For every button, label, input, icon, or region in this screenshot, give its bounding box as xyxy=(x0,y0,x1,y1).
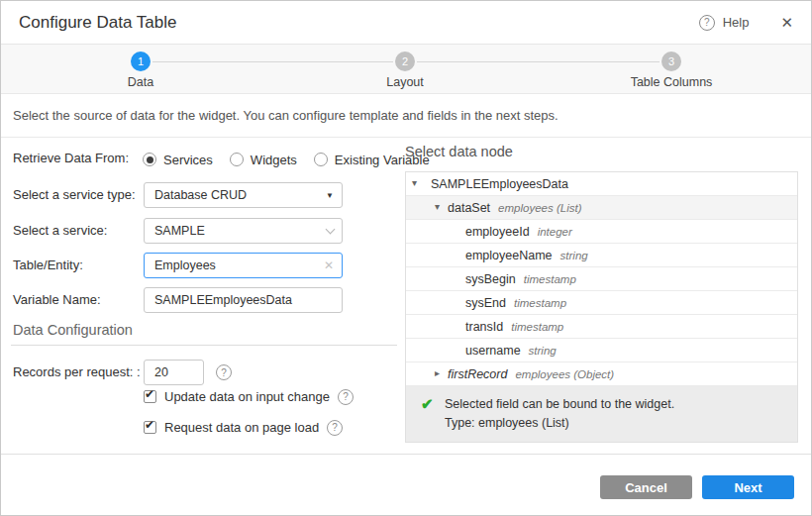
records-per-request-value: 20 xyxy=(154,365,195,379)
dropdown-caret-icon: ▼ xyxy=(326,191,334,200)
records-per-request-input[interactable]: 20 xyxy=(144,360,204,385)
checkbox-icon: ✔ xyxy=(144,390,156,403)
service-type-select[interactable]: Database CRUD ▼ xyxy=(144,182,343,208)
step-number-circle: 1 xyxy=(131,52,151,71)
tree-node-type: string xyxy=(529,345,557,357)
step-layout[interactable]: 2Layout xyxy=(346,52,464,89)
checkbox-label: Request data on page load xyxy=(164,420,319,435)
description-text: Select the source of data for the widget… xyxy=(1,94,811,138)
table-entity-label: Table/Entity: xyxy=(13,253,142,278)
tree-node-name: SAMPLEEmployeesData xyxy=(431,177,568,191)
service-select[interactable]: SAMPLE xyxy=(144,218,343,244)
step-number-circle: 2 xyxy=(395,52,415,71)
records-per-request-label: Records per request: : xyxy=(13,360,142,385)
radio-circle-icon xyxy=(143,153,156,166)
select-data-node-title: Select data node xyxy=(405,144,513,159)
dialog-footer: Cancel Next xyxy=(1,454,811,515)
table-entity-input[interactable]: Employees ✕ xyxy=(144,253,343,278)
binding-info-line2: Type: employees (List) xyxy=(445,414,785,433)
close-icon[interactable]: ✕ xyxy=(780,14,793,32)
expand-arrow-icon[interactable]: ▸ xyxy=(435,367,440,378)
data-configuration-title: Data Configuration xyxy=(13,322,133,338)
dialog-header: Configure Data Table ? Help ✕ xyxy=(1,1,811,45)
tree-node-firstRecord[interactable]: ▸firstRecordemployees (Object) xyxy=(406,362,797,386)
radio-circle-icon xyxy=(230,153,244,166)
service-label: Select a service: xyxy=(13,218,142,244)
variable-name-input[interactable]: SAMPLEEmployeesData xyxy=(144,287,343,313)
tree-node-employeeId[interactable]: employeeIdinteger xyxy=(406,220,797,244)
checkbox-group: ✔Update data on input change?✔Request da… xyxy=(144,389,354,435)
records-help-icon[interactable]: ? xyxy=(216,364,232,380)
tree-node-name: sysEnd xyxy=(465,296,506,310)
variable-name-label: Variable Name: xyxy=(13,287,142,313)
help-icon[interactable]: ? xyxy=(338,389,354,405)
radio-label: Widgets xyxy=(251,153,297,167)
page-title: Configure Data Table xyxy=(19,13,176,33)
table-entity-value: Employees xyxy=(154,258,324,272)
radio-services[interactable]: Services xyxy=(143,153,213,167)
help-icon[interactable]: ? xyxy=(327,420,343,436)
radio-widgets[interactable]: Widgets xyxy=(230,153,297,167)
tree-node-username[interactable]: usernamestring xyxy=(406,339,797,362)
service-type-label: Select a service type: xyxy=(13,182,142,208)
tree-node-dataSet[interactable]: ▾dataSetemployees (List) xyxy=(406,196,797,220)
tree-node-name: dataSet xyxy=(448,201,490,215)
main-content: Retrieve Data From: ServicesWidgetsExist… xyxy=(1,138,811,456)
step-label: Layout xyxy=(346,75,464,89)
radio-label: Services xyxy=(163,153,213,167)
retrieve-data-from-label: Retrieve Data From: xyxy=(13,146,142,171)
service-type-value: Database CRUD xyxy=(154,188,326,202)
question-circle-icon[interactable]: ? xyxy=(699,15,715,31)
clear-icon[interactable]: ✕ xyxy=(324,258,334,272)
tree-node-name: employeeId xyxy=(465,225,530,239)
configure-data-table-dialog: Configure Data Table ? Help ✕ 1Data2Layo… xyxy=(0,0,812,516)
step-label: Data xyxy=(81,75,200,89)
checkbox-icon: ✔ xyxy=(144,421,156,434)
step-label: Table Columns xyxy=(612,75,731,89)
tree-node-sysEnd[interactable]: sysEndtimestamp xyxy=(406,291,797,315)
section-divider xyxy=(11,345,397,346)
collapse-arrow-icon[interactable]: ▾ xyxy=(435,201,440,212)
tree-node-type: timestamp xyxy=(524,273,576,285)
tree-node-SAMPLEEmployeesData[interactable]: ▾SAMPLEEmployeesData xyxy=(406,172,797,196)
binding-info-line1: Selected field can be bound to the widge… xyxy=(445,395,785,414)
variable-name-value: SAMPLEEmployeesData xyxy=(154,293,334,307)
next-button[interactable]: Next xyxy=(702,475,794,499)
radio-circle-icon xyxy=(314,153,328,166)
data-node-tree: ▾SAMPLEEmployeesData▾dataSetemployees (L… xyxy=(405,171,798,443)
tree-node-name: username xyxy=(465,344,521,358)
step-data[interactable]: 1Data xyxy=(81,52,200,89)
cancel-button[interactable]: Cancel xyxy=(600,475,692,499)
checkbox-request-data-on-page-load[interactable]: ✔Request data on page load? xyxy=(144,420,354,435)
checkbox-update-data-on-input-change[interactable]: ✔Update data on input change? xyxy=(144,389,354,404)
collapse-arrow-icon[interactable]: ▾ xyxy=(412,177,417,188)
tree-node-name: transId xyxy=(465,320,503,334)
tree-node-name: firstRecord xyxy=(448,367,507,381)
tree-node-type: timestamp xyxy=(514,297,566,309)
tree-node-employeeName[interactable]: employeeNamestring xyxy=(406,244,797,267)
step-table-columns[interactable]: 3Table Columns xyxy=(612,52,731,89)
tree-node-sysBegin[interactable]: sysBegintimestamp xyxy=(406,267,797,291)
help-link[interactable]: Help xyxy=(723,15,750,30)
tree-node-type: integer xyxy=(538,226,572,238)
chevron-down-icon xyxy=(326,224,336,234)
checkbox-label: Update data on input change xyxy=(164,389,330,404)
tree-node-type: timestamp xyxy=(511,321,563,333)
tree-node-transId[interactable]: transIdtimestamp xyxy=(406,315,797,339)
tree-node-type: string xyxy=(560,250,588,261)
tree-node-name: sysBegin xyxy=(465,272,516,286)
green-check-icon: ✔ xyxy=(421,395,434,413)
tree-node-type: employees (List) xyxy=(498,202,581,214)
tree-node-name: employeeName xyxy=(465,249,553,262)
tree-node-type: employees (Object) xyxy=(515,368,614,380)
service-value: SAMPLE xyxy=(154,224,327,238)
binding-info-box: ✔Selected field can be bound to the widg… xyxy=(406,386,797,442)
retrieve-source-radio-group: ServicesWidgetsExisting Variable xyxy=(143,152,430,167)
step-number-circle: 3 xyxy=(661,52,681,71)
wizard-stepper: 1Data2Layout3Table Columns xyxy=(1,45,811,94)
